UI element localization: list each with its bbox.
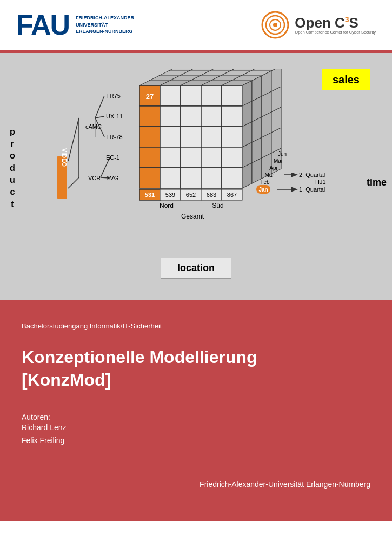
svg-text:867: 867 xyxy=(227,192,236,198)
svg-text:TR75: TR75 xyxy=(106,93,121,99)
svg-text:Mar: Mar xyxy=(264,172,274,178)
svg-line-154 xyxy=(68,177,79,188)
openc3s-title: Open C3S xyxy=(295,16,376,30)
svg-text:1. Quartal: 1. Quartal xyxy=(299,186,325,193)
svg-text:VCR: VCR xyxy=(88,175,101,181)
time-label: time xyxy=(367,176,387,188)
svg-text:Nord: Nord xyxy=(159,202,173,209)
svg-rect-91 xyxy=(201,106,222,127)
svg-point-3 xyxy=(273,23,277,27)
svg-rect-101 xyxy=(201,147,222,168)
svg-text:TR-78: TR-78 xyxy=(106,134,123,140)
diagram-container: 27 xyxy=(11,69,381,264)
openc3s-sup: 3 xyxy=(345,15,349,24)
svg-rect-86 xyxy=(201,85,222,106)
svg-text:HJ1: HJ1 xyxy=(315,179,326,185)
fau-line3: ERLANGEN-NÜRNBERG xyxy=(76,28,134,35)
svg-text:Jun: Jun xyxy=(277,151,286,157)
svg-text:683: 683 xyxy=(206,192,216,198)
svg-line-156 xyxy=(95,96,104,118)
svg-rect-98 xyxy=(139,147,160,168)
university-name: Friedrich-Alexander-Universität Erlangen… xyxy=(22,480,370,489)
svg-rect-103 xyxy=(139,168,160,188)
openc3s-text-block: Open C3S Open Competence Center for Cybe… xyxy=(295,16,376,35)
svg-rect-94 xyxy=(160,127,181,147)
svg-rect-106 xyxy=(201,168,222,188)
fau-line1: FRIEDRICH-ALEXANDER xyxy=(76,15,134,22)
cube-diagram-svg: 27 xyxy=(21,69,372,264)
svg-rect-84 xyxy=(160,85,181,106)
svg-text:539: 539 xyxy=(165,192,175,198)
svg-rect-107 xyxy=(222,168,242,188)
author1: Richard Lenz xyxy=(22,421,370,434)
svg-rect-90 xyxy=(181,106,201,127)
openc3s-logo: Open C3S Open Competence Center for Cybe… xyxy=(261,11,376,39)
svg-rect-99 xyxy=(160,147,181,168)
fau-logo: FAU FRIEDRICH-ALEXANDER UNIVERSITÄT ERLA… xyxy=(16,11,134,39)
svg-rect-89 xyxy=(160,106,181,127)
svg-text:652: 652 xyxy=(185,192,195,198)
author2: Felix Freiling xyxy=(22,434,370,447)
fau-letters: FAU xyxy=(16,11,69,39)
svg-rect-105 xyxy=(181,168,201,188)
course-name: Bachelorstudiengang Informatik/IT-Sicher… xyxy=(22,322,370,330)
svg-text:Gesamt: Gesamt xyxy=(181,213,204,220)
svg-rect-92 xyxy=(222,106,242,127)
svg-rect-87 xyxy=(222,85,242,106)
title-line2: [KonzMod] xyxy=(22,370,111,390)
svg-rect-85 xyxy=(181,85,201,106)
svg-text:UX-11: UX-11 xyxy=(106,113,123,120)
svg-text:Mai: Mai xyxy=(273,158,282,164)
authors-label: Autoren: xyxy=(22,413,370,421)
bottom-section: Bachelorstudiengang Informatik/IT-Sicher… xyxy=(0,300,392,521)
svg-rect-104 xyxy=(160,168,181,188)
svg-text:VIDEO: VIDEO xyxy=(61,148,68,167)
svg-rect-97 xyxy=(222,127,242,147)
openc3s-icon xyxy=(261,11,289,39)
svg-rect-88 xyxy=(139,106,160,127)
svg-line-153 xyxy=(68,118,79,161)
svg-rect-100 xyxy=(181,147,201,168)
svg-text:Süd: Süd xyxy=(212,202,223,209)
fau-line2: UNIVERSITÄT xyxy=(76,22,134,29)
svg-text:27: 27 xyxy=(145,93,153,101)
svg-text:XVG: XVG xyxy=(106,175,118,181)
svg-line-157 xyxy=(95,116,104,118)
svg-text:Jan: Jan xyxy=(258,187,268,193)
main-title: Konzeptionelle Modellierung [KonzMod] xyxy=(22,346,370,391)
authors-section: Autoren: Richard Lenz Felix Freiling xyxy=(22,413,370,447)
svg-rect-102 xyxy=(222,147,242,168)
svg-text:EC-1: EC-1 xyxy=(106,154,119,161)
svg-rect-93 xyxy=(139,127,160,147)
fau-text: FRIEDRICH-ALEXANDER UNIVERSITÄT ERLANGEN… xyxy=(76,15,134,35)
svg-text:2. Quartal: 2. Quartal xyxy=(299,172,325,178)
svg-text:531: 531 xyxy=(144,192,154,198)
svg-rect-95 xyxy=(181,127,201,147)
svg-rect-96 xyxy=(201,127,222,147)
svg-text:Apr: Apr xyxy=(269,165,278,171)
page-header: FAU FRIEDRICH-ALEXANDER UNIVERSITÄT ERLA… xyxy=(0,0,392,53)
openc3s-subtitle: Open Competence Center for Cyber Securit… xyxy=(295,30,376,35)
svg-text:Feb: Feb xyxy=(260,179,270,185)
title-line1: Konzeptionelle Modellierung xyxy=(22,347,257,367)
diagram-section: sales p r o d u c t xyxy=(0,53,392,300)
